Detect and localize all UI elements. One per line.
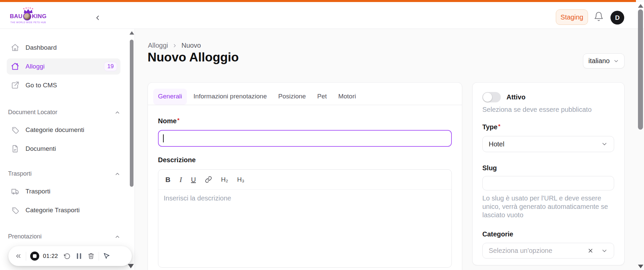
bold-button[interactable]: B	[165, 176, 170, 183]
nome-input[interactable]	[158, 130, 452, 147]
sidebar-scrollbar-up-arrow[interactable]	[129, 31, 134, 35]
sidebar-scrollbar-down-arrow[interactable]	[128, 264, 134, 268]
categorie-label: Categorie	[482, 230, 614, 238]
link-button[interactable]	[205, 176, 212, 183]
type-value: Hotel	[489, 140, 504, 148]
language-value: italiano	[588, 57, 609, 65]
app-header: BAU KING THE WORLD WIDE PETS HUB Staging…	[0, 2, 644, 29]
bell-icon	[594, 11, 604, 21]
chevron-up-icon	[114, 109, 120, 116]
tab-informazioni-prenotazione[interactable]: Informazioni prenotazione	[189, 89, 272, 105]
sidebar-item-categorie-trasporti[interactable]: Categorie Trasporti	[7, 202, 120, 218]
clear-x-icon[interactable]	[587, 248, 594, 254]
descrizione-editor: B I U H₂ H₃ Inserisci la descrizione	[158, 169, 452, 268]
environment-badge[interactable]: Staging	[556, 9, 588, 25]
attivo-help-text: Seleziona se deve essere pubblicato	[482, 105, 614, 114]
toggle-knob	[483, 93, 492, 102]
brand-word-left: BAU	[10, 13, 22, 20]
heading3-button[interactable]: H₃	[237, 176, 244, 183]
chevron-right-icon	[172, 43, 177, 48]
stop-record-button[interactable]	[30, 252, 39, 261]
breadcrumb-nuovo[interactable]: Nuovo	[181, 42, 201, 49]
slug-label: Slug	[482, 164, 614, 172]
breadcrumb: Alloggi Nuovo	[148, 42, 201, 49]
required-asterisk: *	[177, 117, 180, 124]
pause-button[interactable]	[77, 253, 81, 259]
count-badge: 19	[104, 62, 117, 71]
stop-record-icon	[33, 254, 37, 258]
sidebar-item-alloggi[interactable]: Alloggi 19	[7, 58, 120, 75]
heading2-button[interactable]: H₂	[221, 176, 228, 183]
pause-icon	[77, 253, 78, 259]
sidebar-section-trasporti[interactable]: Trasporti	[8, 170, 120, 177]
sidebar-item-label: Dashboard	[25, 44, 57, 51]
page-scrollbar-up-arrow[interactable]	[638, 4, 643, 8]
sidebar-item-documenti[interactable]: Documenti	[7, 141, 120, 157]
sidebar-nav: Dashboard Alloggi 19 Go to CMS Document …	[0, 29, 135, 270]
form-tabs: Generali Informazioni prenotazione Posiz…	[148, 83, 462, 105]
language-selector[interactable]: italiano	[583, 53, 625, 69]
chevron-down-icon	[601, 141, 608, 147]
tag-icon	[11, 206, 19, 215]
dog-photo	[23, 12, 31, 20]
top-accent-bar	[0, 0, 636, 2]
descrizione-label: Descrizione	[158, 156, 452, 164]
brand-tagline: THE WORLD WIDE PETS HUB	[10, 21, 46, 24]
trash-icon[interactable]	[88, 253, 95, 260]
section-title: Document Locator	[8, 109, 57, 116]
accommodation-form-card: Generali Informazioni prenotazione Posiz…	[148, 82, 462, 270]
page-scrollbar-down-arrow[interactable]	[638, 265, 643, 268]
tab-motori[interactable]: Motori	[333, 89, 361, 105]
attivo-label: Attivo	[506, 93, 526, 101]
truck-icon	[11, 187, 19, 196]
sidebar-item-go-to-cms[interactable]: Go to CMS	[7, 77, 120, 93]
descrizione-textarea[interactable]: Inserisci la descrizione	[158, 190, 451, 207]
link-icon	[205, 176, 212, 183]
home-icon	[11, 43, 19, 52]
cursor-icon[interactable]	[103, 253, 110, 260]
breadcrumb-alloggi[interactable]: Alloggi	[148, 42, 168, 49]
sidebar-item-label: Categorie documenti	[25, 126, 84, 134]
sidebar-item-dashboard[interactable]: Dashboard	[7, 40, 120, 56]
brand-word-right: KING	[32, 13, 47, 20]
divider	[99, 252, 99, 261]
editor-toolbar: B I U H₂ H₃	[158, 170, 451, 190]
italic-button[interactable]: I	[179, 176, 182, 183]
tab-pet[interactable]: Pet	[313, 89, 332, 105]
notifications-button[interactable]	[594, 11, 604, 21]
sidebar-item-label: Documenti	[25, 145, 56, 152]
home-icon	[11, 62, 19, 71]
sidebar-item-trasporti[interactable]: Trasporti	[7, 183, 120, 199]
sidebar-section-prenotazioni[interactable]: Prenotazioni	[8, 233, 120, 240]
chevrons-left-icon[interactable]	[15, 253, 22, 260]
categorie-select[interactable]: Seleziona un'opzione	[482, 243, 614, 259]
restart-icon[interactable]	[64, 253, 70, 260]
nome-label: Nome*	[158, 117, 452, 125]
sidebar-collapse-button[interactable]	[93, 13, 102, 22]
attivo-toggle[interactable]	[482, 92, 501, 102]
chevron-down-icon	[613, 58, 619, 64]
type-select[interactable]: Hotel	[482, 136, 614, 152]
sidebar-section-document-locator[interactable]: Document Locator	[8, 109, 120, 116]
chevron-down-icon	[601, 248, 608, 254]
sidebar-item-label: Trasporti	[25, 188, 50, 195]
categorie-placeholder: Seleziona un'opzione	[489, 247, 552, 255]
external-link-icon	[11, 81, 19, 90]
file-icon	[11, 144, 19, 153]
sidebar-scrollbar[interactable]	[130, 40, 133, 187]
section-title: Trasporti	[8, 170, 32, 177]
user-avatar[interactable]: D	[610, 11, 624, 25]
slug-input[interactable]	[482, 176, 614, 190]
tab-posizione[interactable]: Posizione	[273, 89, 310, 105]
chevron-left-icon	[94, 14, 101, 21]
sidebar-item-categorie-documenti[interactable]: Categorie documenti	[7, 122, 120, 138]
type-label: Type*	[482, 123, 614, 131]
sidebar-item-label: Alloggi	[25, 63, 45, 70]
publish-settings-card: Attivo Seleziona se deve essere pubblica…	[472, 82, 625, 265]
underline-button[interactable]: U	[191, 176, 196, 183]
tab-generali[interactable]: Generali	[153, 89, 187, 105]
page-scrollbar[interactable]	[638, 9, 643, 130]
sidebar-item-label: Go to CMS	[25, 82, 57, 89]
tag-icon	[11, 126, 19, 134]
brand-logo[interactable]: BAU KING THE WORLD WIDE PETS HUB	[9, 3, 47, 28]
